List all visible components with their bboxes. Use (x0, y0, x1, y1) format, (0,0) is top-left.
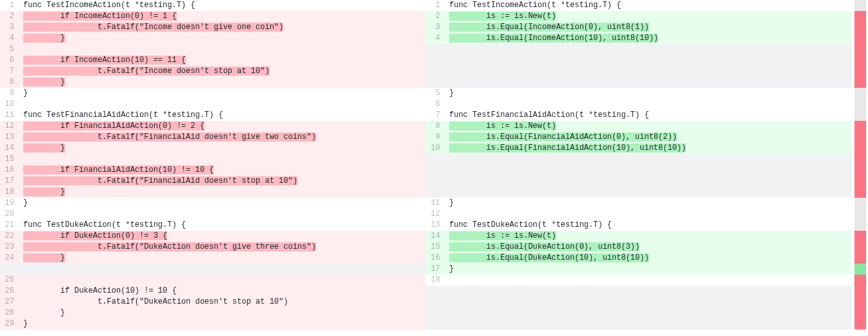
code-row[interactable]: 27 t.Fatalf("DukeAction doesn't stop at … (0, 297, 426, 308)
code-row[interactable]: 23 t.Fatalf("DukeAction doesn't give thr… (0, 242, 426, 253)
code-cell[interactable]: } (19, 187, 426, 198)
code-row[interactable] (426, 77, 852, 88)
code-row[interactable]: 5 (0, 44, 426, 55)
code-row[interactable]: 21func TestDukeAction(t *testing.T) { (0, 220, 426, 231)
code-row[interactable]: 22 if DukeAction(0) != 3 { (0, 231, 426, 242)
minimap-segment[interactable] (854, 77, 866, 88)
minimap-segment[interactable] (854, 286, 866, 297)
code-row[interactable]: 3 t.Fatalf("Income doesn't give one coin… (0, 22, 426, 33)
minimap-segment[interactable] (854, 165, 866, 176)
code-row[interactable]: 4 is.Equal(IncomeAction(10), uint8(10)) (426, 33, 852, 44)
code-cell[interactable]: is.Equal(FinancialAidAction(10), uint8(1… (445, 143, 852, 154)
code-row[interactable] (426, 44, 852, 55)
code-row[interactable]: 2 if IncomeAction(0) != 1 { (0, 11, 426, 22)
code-cell[interactable]: if DukeAction(10) != 10 { (19, 286, 426, 297)
code-row[interactable] (426, 297, 852, 308)
code-row[interactable]: 7 t.Fatalf("Income doesn't stop at 10") (0, 66, 426, 77)
code-cell[interactable]: } (445, 198, 852, 209)
code-row[interactable]: 29} (0, 319, 426, 330)
code-row[interactable]: 15 is.Equal(DukeAction(0), uint8(3)) (426, 242, 852, 253)
code-row[interactable] (426, 165, 852, 176)
code-row[interactable]: 20 (0, 209, 426, 220)
code-row[interactable]: 2 is := is.New(t) (426, 11, 852, 22)
minimap-scrollbar[interactable] (854, 0, 866, 330)
minimap-segment[interactable] (854, 209, 866, 220)
code-row[interactable] (426, 286, 852, 297)
code-row[interactable]: 8 } (0, 77, 426, 88)
code-row[interactable]: 16 if FinancialAidAction(10) != 10 { (0, 165, 426, 176)
minimap-segment[interactable] (854, 33, 866, 44)
code-row[interactable]: 26 if DukeAction(10) != 10 { (0, 286, 426, 297)
code-cell[interactable]: func TestIncomeAction(t *testing.T) { (445, 0, 852, 11)
minimap-segment[interactable] (854, 121, 866, 132)
minimap-segment[interactable] (854, 187, 866, 198)
code-cell[interactable]: func TestFinancialAidAction(t *testing.T… (445, 110, 852, 121)
code-cell[interactable]: t.Fatalf("FinancialAid doesn't give two … (19, 132, 426, 143)
code-cell[interactable]: } (19, 88, 426, 99)
minimap-segment[interactable] (854, 198, 866, 209)
code-cell[interactable]: func TestDukeAction(t *testing.T) { (19, 220, 426, 231)
code-cell[interactable] (445, 66, 852, 77)
minimap-segment[interactable] (854, 275, 866, 286)
code-row[interactable] (426, 154, 852, 165)
code-cell[interactable]: } (19, 253, 426, 264)
code-cell[interactable] (445, 165, 852, 176)
code-cell[interactable]: t.Fatalf("Income doesn't give one coin") (19, 22, 426, 33)
code-row[interactable]: 4 } (0, 33, 426, 44)
code-cell[interactable]: } (445, 264, 852, 275)
code-row[interactable]: 14 } (0, 143, 426, 154)
code-row[interactable] (426, 187, 852, 198)
code-row[interactable] (426, 176, 852, 187)
code-cell[interactable] (19, 99, 426, 110)
code-cell[interactable] (445, 308, 852, 319)
diff-right-pane[interactable]: 1func TestIncomeAction(t *testing.T) {2 … (426, 0, 852, 330)
minimap-segment[interactable] (854, 220, 866, 231)
code-row[interactable]: 6 (426, 99, 852, 110)
code-cell[interactable] (19, 209, 426, 220)
code-cell[interactable]: is := is.New(t) (445, 121, 852, 132)
code-cell[interactable]: is.Equal(DukeAction(10), uint8(10)) (445, 253, 852, 264)
code-cell[interactable]: } (19, 308, 426, 319)
minimap-segment[interactable] (854, 143, 866, 154)
code-row[interactable]: 25 (0, 275, 426, 286)
minimap-segment[interactable] (854, 154, 866, 165)
code-cell[interactable] (445, 154, 852, 165)
code-row[interactable]: 17} (426, 264, 852, 275)
code-cell[interactable]: func TestDukeAction(t *testing.T) { (445, 220, 852, 231)
code-row[interactable]: 14 is := is.New(t) (426, 231, 852, 242)
code-cell[interactable] (19, 44, 426, 55)
code-row[interactable]: 10 is.Equal(FinancialAidAction(10), uint… (426, 143, 852, 154)
code-cell[interactable] (445, 209, 852, 220)
code-cell[interactable]: is := is.New(t) (445, 11, 852, 22)
code-row[interactable] (0, 264, 426, 275)
code-cell[interactable]: is.Equal(DukeAction(0), uint8(3)) (445, 242, 852, 253)
code-cell[interactable] (445, 187, 852, 198)
minimap-segment[interactable] (854, 132, 866, 143)
code-cell[interactable]: func TestFinancialAidAction(t *testing.T… (19, 110, 426, 121)
code-row[interactable]: 9 is.Equal(FinancialAidAction(0), uint8(… (426, 132, 852, 143)
minimap-segment[interactable] (854, 55, 866, 66)
code-cell[interactable]: if IncomeAction(10) == 11 { (19, 55, 426, 66)
code-cell[interactable]: if FinancialAidAction(0) != 2 { (19, 121, 426, 132)
code-row[interactable]: 13func TestDukeAction(t *testing.T) { (426, 220, 852, 231)
minimap-segment[interactable] (854, 0, 866, 11)
code-row[interactable]: 24 } (0, 253, 426, 264)
code-cell[interactable] (445, 176, 852, 187)
code-row[interactable]: 9} (0, 88, 426, 99)
code-cell[interactable]: is := is.New(t) (445, 231, 852, 242)
code-row[interactable]: 11func TestFinancialAidAction(t *testing… (0, 110, 426, 121)
code-row[interactable]: 15 (0, 154, 426, 165)
code-cell[interactable]: t.Fatalf("DukeAction doesn't give three … (19, 242, 426, 253)
code-cell[interactable] (445, 275, 852, 286)
minimap-segment[interactable] (854, 242, 866, 253)
code-cell[interactable]: } (19, 319, 426, 330)
code-cell[interactable] (19, 264, 426, 275)
code-row[interactable] (426, 55, 852, 66)
code-cell[interactable]: func TestIncomeAction(t *testing.T) { (19, 0, 426, 11)
minimap-segment[interactable] (854, 319, 866, 330)
code-row[interactable]: 10 (0, 99, 426, 110)
code-cell[interactable]: is.Equal(IncomeAction(10), uint8(10)) (445, 33, 852, 44)
code-cell[interactable]: } (19, 198, 426, 209)
code-row[interactable]: 18 (426, 275, 852, 286)
code-cell[interactable]: is.Equal(FinancialAidAction(0), uint8(2)… (445, 132, 852, 143)
